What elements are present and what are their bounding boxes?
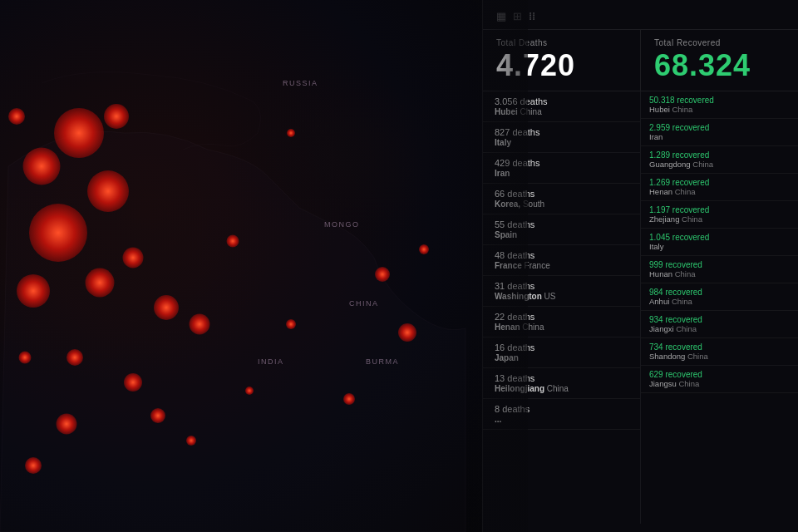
map-country-label: BURMA — [366, 357, 399, 366]
outbreak-dot — [227, 235, 239, 248]
grid-icon-2[interactable]: ⊞ — [513, 10, 522, 22]
outbreak-dot — [29, 204, 87, 262]
outbreak-dot — [150, 408, 165, 423]
death-count: 827 deaths — [495, 127, 628, 137]
recovered-label: Total Recovered — [654, 38, 785, 47]
recovered-value: 68.324 — [654, 51, 785, 81]
recovered-location: Jiangsu China — [649, 379, 790, 388]
recovered-count: 629 recovered — [649, 370, 790, 379]
outbreak-dot — [287, 129, 295, 137]
death-location: Henan China — [495, 323, 628, 332]
death-list-item: 8 deaths ... — [483, 399, 640, 430]
death-list-item: 13 deaths Heilongjiang China — [483, 368, 640, 399]
map-section: RUSSIAMONGOCHINAINDIABURMA — [0, 0, 482, 532]
recovered-location: Hunan China — [649, 269, 790, 278]
death-location: France France — [495, 261, 628, 270]
recovered-location: Anhui China — [649, 297, 790, 306]
death-location: Hubei China — [495, 107, 628, 116]
death-list-item: 66 deaths Korea, South — [483, 184, 640, 214]
right-panel: ▦ ⊞ ⁞⁞ Total Deaths 4.720 Total Recovere… — [482, 0, 798, 532]
recovered-count: 1.197 recovered — [649, 205, 790, 214]
death-location: Spain — [495, 230, 628, 239]
outbreak-dot — [375, 267, 390, 282]
recovered-count: 2.959 recovered — [649, 123, 790, 132]
outbreak-dot — [186, 436, 196, 446]
outbreak-dot — [54, 108, 104, 158]
deaths-column: 3.056 deaths Hubei China 827 deaths Ital… — [483, 91, 641, 524]
recovered-count: 999 recovered — [649, 260, 790, 269]
recovered-location: Guangdong China — [649, 160, 790, 169]
recovered-count: 50.318 recovered — [649, 96, 790, 105]
outbreak-dot — [8, 108, 25, 125]
death-list-item: 429 deaths Iran — [483, 153, 640, 184]
recovered-list-item: 1.289 recovered Guangdong China — [641, 146, 798, 174]
grid-icon-1[interactable]: ▦ — [496, 10, 506, 22]
panel-header: ▦ ⊞ ⁞⁞ — [483, 0, 798, 30]
recovered-location: Jiangxi China — [649, 324, 790, 333]
stats-row: Total Deaths 4.720 Total Recovered 68.32… — [483, 30, 798, 91]
map-country-label: MONGO — [324, 220, 360, 229]
outbreak-dot — [190, 314, 210, 335]
outbreak-dot — [87, 170, 129, 212]
outbreak-dot — [23, 148, 61, 185]
recovered-count: 1.289 recovered — [649, 150, 790, 160]
recovered-list-item: 734 recovered Shandong China — [641, 338, 798, 366]
recovered-list-item: 50.318 recovered Hubei China — [641, 91, 798, 119]
recovered-count: 734 recovered — [649, 342, 790, 352]
death-location: ... — [495, 415, 628, 424]
recovered-list-item: 1.269 recovered Henan China — [641, 174, 798, 201]
death-location: Washington US — [495, 292, 628, 301]
recovered-location: Hubei China — [649, 105, 790, 114]
recovered-count: 1.045 recovered — [649, 233, 790, 242]
outbreak-dot — [25, 457, 42, 474]
recovered-count: 1.269 recovered — [649, 178, 790, 187]
recovered-location: Henan China — [649, 187, 790, 196]
death-location: Iran — [495, 169, 628, 178]
death-count: 66 deaths — [495, 189, 628, 199]
outbreak-dot — [17, 274, 50, 308]
death-location: Korea, South — [495, 200, 628, 209]
death-list-item: 31 deaths Washington US — [483, 276, 640, 307]
map-country-label: RUSSIA — [283, 79, 318, 87]
death-list-item: 55 deaths Spain — [483, 214, 640, 245]
recovered-location: Iran — [649, 132, 790, 141]
total-recovered-block: Total Recovered 68.324 — [641, 30, 798, 91]
death-count: 3.056 deaths — [495, 96, 628, 106]
death-count: 16 deaths — [495, 342, 628, 352]
map-country-label: INDIA — [258, 357, 284, 366]
death-count: 55 deaths — [495, 219, 628, 229]
death-count: 48 deaths — [495, 250, 628, 260]
data-lists: 3.056 deaths Hubei China 827 deaths Ital… — [483, 91, 798, 524]
death-location: Heilongjiang China — [495, 384, 628, 393]
outbreak-dot — [398, 323, 416, 342]
deaths-label: Total Deaths — [496, 38, 627, 47]
recovered-list-item: 2.959 recovered Iran — [641, 119, 798, 146]
outbreak-dot — [154, 295, 179, 320]
recovered-location: Zhejiang China — [649, 214, 790, 224]
death-count: 22 deaths — [495, 312, 628, 322]
death-list-item: 3.056 deaths Hubei China — [483, 91, 640, 122]
outbreak-dot — [343, 393, 355, 405]
dots-icon[interactable]: ⁞⁞ — [529, 10, 535, 22]
outbreak-dot — [66, 349, 83, 366]
death-list-item: 827 deaths Italy — [483, 122, 640, 153]
death-list-item: 22 deaths Henan China — [483, 307, 640, 337]
recovered-location: Italy — [649, 242, 790, 251]
recovered-list-item: 1.045 recovered Italy — [641, 229, 798, 256]
death-count: 8 deaths — [495, 404, 628, 414]
outbreak-dot — [19, 352, 32, 364]
recovered-count: 984 recovered — [649, 288, 790, 297]
outbreak-dot — [124, 373, 142, 392]
recovered-list-item: 934 recovered Jiangxi China — [641, 311, 798, 338]
outbreak-dot — [123, 248, 144, 268]
header-icons: ▦ ⊞ ⁞⁞ — [496, 10, 535, 22]
outbreak-dot — [86, 268, 115, 298]
total-deaths-block: Total Deaths 4.720 — [483, 30, 641, 91]
outbreak-dot — [286, 319, 296, 329]
recovered-list-item: 999 recovered Hunan China — [641, 256, 798, 283]
death-list-item: 16 deaths Japan — [483, 337, 640, 368]
recovered-count: 934 recovered — [649, 315, 790, 324]
recovered-location: Shandong China — [649, 352, 790, 361]
death-location: Japan — [495, 353, 628, 362]
outbreak-dot — [419, 244, 429, 254]
